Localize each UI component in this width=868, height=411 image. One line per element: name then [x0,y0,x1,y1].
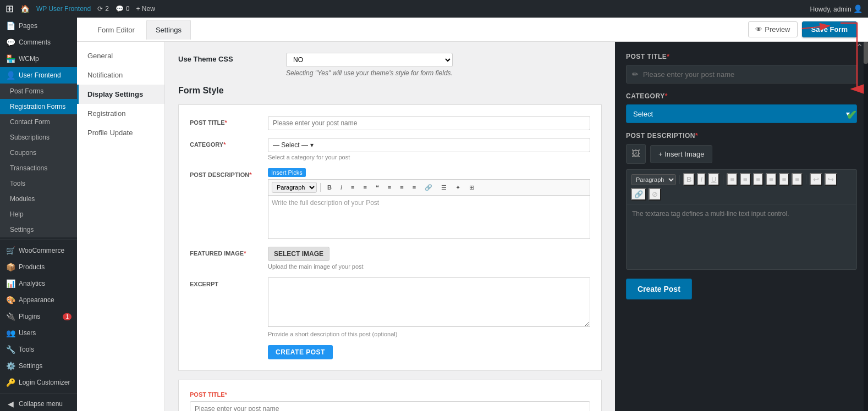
sidebar-item-settings-main[interactable]: ⚙️ Settings [0,358,77,374]
sidebar-item-comments[interactable]: 💬 Comments [0,34,77,51]
content-area: General Notification Display Settings Re… [77,42,868,411]
dark-align-center[interactable]: ≡ [740,173,751,186]
post-title-input-2[interactable] [190,401,590,411]
link-button[interactable]: 🔗 [421,182,436,193]
sidebar-item-contact-form[interactable]: Contact Form [0,114,77,130]
use-theme-css-select[interactable]: NO YES [286,53,453,67]
dark-list-ol[interactable]: ≡ [792,173,803,186]
dark-create-post-button[interactable]: Create Post [626,279,692,299]
dark-align-justify[interactable]: ≡ [766,173,777,186]
form-preview-2: POST TITLE* [178,380,602,411]
sidebar-item-wcmp[interactable]: 🏪 WCMp [0,51,77,67]
sidebar-item-users[interactable]: 👥 Users [0,325,77,341]
excerpt-textarea[interactable] [268,277,590,327]
dark-editor-content[interactable]: The textarea tag defines a multi-line te… [626,204,857,270]
select-image-button[interactable]: SELECT IMAGE [268,247,329,261]
create-post-button[interactable]: CREATE POST [268,345,333,359]
featured-image-label: FEATURED IMAGE* [190,247,261,257]
list2-button[interactable]: ≡ [360,182,370,192]
sidebar-item-coupons[interactable]: Coupons [0,145,77,160]
sidebar-item-woocommerce[interactable]: 🛒 WooCommerce [0,242,77,259]
dark-title-field[interactable] [643,70,851,79]
sidebar-item-tools[interactable]: Tools [0,176,77,191]
update-count[interactable]: ⟳ 2 [97,5,109,13]
scrollbar-thumb[interactable] [864,42,868,64]
italic-button[interactable]: I [337,182,345,192]
settings-nav-display[interactable]: Display Settings [77,85,164,104]
main-area: Form Editor Settings 👁 Preview Save Form… [77,18,868,411]
new-content[interactable]: + New [136,5,155,13]
image-button[interactable]: ☰ [438,182,450,193]
dark-editor-placeholder: The textarea tag defines a multi-line te… [632,210,789,218]
align-right-button[interactable]: ≡ [409,182,419,192]
sidebar-item-appearance[interactable]: 🎨 Appearance [0,292,77,308]
align-center-button[interactable]: ≡ [397,182,406,192]
sidebar-item-analytics[interactable]: 📊 Analytics [0,275,77,292]
collapse-panel-button[interactable]: ⌃ [855,42,864,54]
dark-align-right[interactable]: ≡ [753,173,764,186]
sidebar-item-collapse[interactable]: ◀ Collapse menu [0,396,77,411]
dark-link[interactable]: 🔗 [631,188,646,201]
dark-bold-button[interactable]: B [683,173,695,186]
user-frontend-icon: 👤 [6,71,15,80]
grid-button[interactable]: ⊞ [466,182,477,193]
collapse-icon: ◀ [6,399,15,408]
sidebar-item-post-forms[interactable]: Post Forms [0,84,77,99]
preview-button[interactable]: 👁 Preview [748,21,797,37]
form-preview: POST TITLE* CATEGORY* [178,104,602,371]
site-name[interactable]: WP User Frontend [36,5,91,13]
category-select[interactable]: — Select — ▾ [268,138,590,152]
dark-unlink[interactable]: ⊘ [649,188,661,201]
dark-post-title-input[interactable]: ✏ [626,65,857,84]
paragraph-select[interactable]: Paragraph [272,182,317,193]
align-left-button[interactable]: ≡ [384,182,394,192]
settings-nav-profile[interactable]: Profile Update [77,123,164,142]
sidebar-item-pages[interactable]: 📄 Pages [0,18,77,34]
fullscreen-button[interactable]: ✦ [452,182,464,193]
insert-image-button[interactable]: + Insert Image [650,145,712,163]
scrollbar-track[interactable] [864,42,868,411]
dark-list-ul[interactable]: ≡ [779,173,790,186]
sidebar-label: Login Customizer [19,379,70,386]
wp-logo-icon: ⊞ [6,3,14,15]
dark-indent[interactable]: ↪ [825,173,837,186]
dark-category-select[interactable]: Select ▾ [626,104,857,123]
sidebar-item-settings-sub[interactable]: Settings [0,222,77,237]
dark-paragraph-select[interactable]: Paragraph [631,174,676,185]
sidebar-item-subscriptions[interactable]: Subscriptions [0,130,77,145]
sidebar-item-user-frontend[interactable]: 👤 User Frontend [0,67,77,84]
sidebar-label: Analytics [19,280,45,287]
settings-nav-general[interactable]: General [77,46,164,65]
bold-button[interactable]: B [324,182,335,192]
sidebar-label: Help [10,210,24,218]
comment-count[interactable]: 💬 0 [116,5,130,13]
dark-editor-toolbar: Paragraph B I U ≡ ≡ ≡ ≡ ≡ ≡ [626,169,857,204]
settings-nav-notification[interactable]: Notification [77,65,164,85]
description-editor[interactable]: Write the full description of your Post [268,195,590,239]
save-form-button[interactable]: Save Form [802,21,857,37]
sidebar-item-tools-main[interactable]: 🔧 Tools [0,341,77,358]
sidebar-label: Modules [10,195,35,203]
blockquote-button[interactable]: ❝ [372,182,382,193]
login-icon: 🔑 [6,378,15,387]
tab-settings[interactable]: Settings [146,20,191,40]
dark-outdent[interactable]: ↩ [810,173,822,186]
insert-picks-button[interactable]: Insert Picks [268,168,306,177]
sidebar-item-help[interactable]: Help [0,207,77,222]
sidebar-item-products[interactable]: 📦 Products [0,259,77,275]
list-button[interactable]: ≡ [348,182,358,192]
sidebar-item-modules[interactable]: Modules [0,191,77,207]
sidebar-item-login-customizer[interactable]: 🔑 Login Customizer [0,374,77,391]
post-title-section-2: POST TITLE* [190,391,590,398]
post-title-input[interactable] [268,116,590,130]
dark-italic-button[interactable]: I [697,173,706,186]
tab-form-editor[interactable]: Form Editor [88,20,144,40]
sidebar-label: Collapse menu [19,400,63,408]
dark-align-left[interactable]: ≡ [727,173,738,186]
settings-nav-registration[interactable]: Registration [77,104,164,123]
dark-underline-button[interactable]: U [708,173,719,186]
sidebar-item-registration-forms[interactable]: Registration Forms [0,99,77,114]
sidebar-item-transactions[interactable]: Transactions [0,160,77,176]
sidebar-item-plugins[interactable]: 🔌 Plugins 1 [0,308,77,325]
form-row-category: CATEGORY* — Select — ▾ Select a category [190,138,590,160]
